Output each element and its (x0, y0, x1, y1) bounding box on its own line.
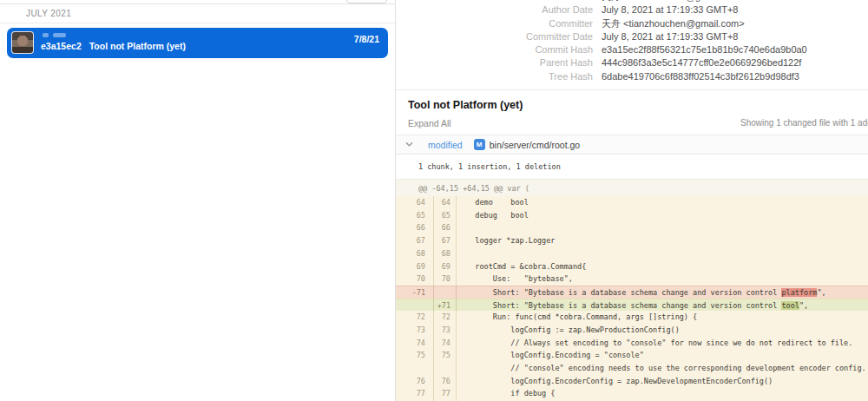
meta-value: e3a15ec2f88f56321c75e1b81b9c740e6da9b0a0 (602, 43, 807, 56)
diff-row: 68 68 (396, 247, 868, 260)
new-line-number: 66 (434, 221, 457, 234)
commit-message-title: Tool not Platform (yet) (396, 90, 868, 111)
old-line-number: 72 (396, 311, 434, 324)
expand-all-button[interactable]: Expand All (408, 118, 451, 128)
diff-row: 76 76 logConfig.EncoderConfig = zap.NewD… (396, 375, 868, 388)
diff-code-line: debug bool (457, 209, 868, 222)
diff-row: 75 75 logConfig.Encoding = "console" (396, 349, 868, 362)
git-client-window: JULY 2021 e3a15ec2Tool not Platform (yet… (0, 0, 868, 401)
diff-row: // "console" encoding needs to use the c… (396, 362, 868, 375)
meta-label: Committer Date (396, 30, 593, 43)
meta-value: 天舟 <tianzhouchen@gmail.com> (602, 17, 745, 30)
meta-label: Author Date (396, 3, 593, 16)
new-line-number: 67 (434, 234, 457, 247)
diff-row: 74 74 // Always set encoding to "console… (396, 337, 868, 350)
meta-row: Parent Hash 444c986f3a3e5c14777cff0e2e06… (396, 56, 868, 69)
new-line-number: 64 (434, 196, 457, 209)
diff-code-line: Short: "Bytebase is a database schema ch… (457, 286, 868, 299)
old-line-number: 64 (396, 196, 434, 209)
diff-code-line: demo bool (457, 196, 868, 209)
meta-label: Committer (396, 17, 593, 30)
diff-row: 73 73 logConfig := zap.NewProductionConf… (396, 324, 868, 337)
new-line-number: 73 (434, 324, 457, 337)
diff-row: -71 Short: "Bytebase is a database schem… (396, 286, 868, 299)
new-line-number: 77 (434, 387, 457, 400)
new-line-number: 74 (434, 337, 457, 350)
meta-value: 444c986f3a3e5c14777cff0e2e0669296bed122f (602, 56, 801, 69)
meta-row: Author Date July 8, 2021 at 17:19:33 GMT… (396, 3, 868, 16)
diff-code-line: Short: "Bytebase is a database schema ch… (457, 299, 868, 312)
diff-row: 70 70 Use: "bytebase", (396, 273, 868, 286)
old-line-number: 75 (396, 349, 434, 362)
meta-value: July 8, 2021 at 17:19:33 GMT+8 (602, 30, 738, 43)
old-line-number: 74 (396, 337, 434, 350)
toolbar-control-clipped[interactable] (346, 0, 387, 3)
new-line-number: 76 (434, 375, 457, 388)
diff-code-line: // "console" encoding needs to use the c… (457, 362, 868, 375)
diff-code-line: // Always set encoding to "console" for … (457, 337, 868, 350)
diff-code-line (457, 221, 868, 234)
chunk-header: @@ -64,15 +64,15 @@ var ( (396, 179, 868, 196)
commit-message: Tool not Platform (yet) (89, 41, 186, 51)
diff-row: 67 67 logger *zap.Logger (396, 234, 868, 247)
old-line-number: 65 (396, 209, 434, 222)
diff-row: 66 66 (396, 221, 868, 234)
word-diff-highlight: platform (781, 288, 817, 297)
chevron-down-icon[interactable] (404, 141, 413, 149)
meta-label: Tree Hash (396, 70, 593, 83)
commit-short-hash: e3a15ec2 (41, 41, 82, 51)
old-line-number: 77 (396, 387, 434, 400)
meta-label: Commit Hash (396, 43, 593, 56)
meta-row: Commit Hash e3a15ec2f88f56321c75e1b81b9c… (396, 43, 868, 56)
commit-date: 7/8/21 (354, 34, 379, 44)
new-line-number (434, 362, 457, 375)
meta-row: Committer 天舟 <tianzhouchen@gmail.com> (396, 17, 868, 30)
new-line-number: 72 (434, 311, 457, 324)
new-line-number: 70 (434, 273, 457, 286)
author-name-redacted (43, 33, 388, 37)
old-line-number: 67 (396, 234, 434, 247)
commit-meta: Author 天舟 <tianzhouchen@gmail.com> Autho… (396, 0, 868, 90)
commit-list-item-selected[interactable]: e3a15ec2Tool not Platform (yet) 7/8/21 (7, 28, 388, 58)
new-line-number: 68 (434, 247, 457, 260)
old-line-number (396, 299, 434, 312)
old-line-number: 66 (396, 221, 434, 234)
diff-row: 72 72 Run: func(cmd *cobra.Command, args… (396, 311, 868, 324)
diff-row: 77 77 if debug { (396, 387, 868, 400)
new-line-number: 65 (434, 209, 457, 222)
changes-summary: Showing 1 changed file with 1 addition a… (740, 118, 868, 128)
commit-detail-pane: Author 天舟 <tianzhouchen@gmail.com> Autho… (396, 0, 868, 401)
diff-row: 64 64 demo bool (396, 196, 868, 209)
modified-badge-icon: M (474, 139, 485, 150)
old-line-number: 69 (396, 260, 434, 273)
chunk-summary: 1 chunk, 1 insertion, 1 deletion (396, 154, 868, 179)
sidebar-toolbar-clipped (0, 0, 395, 4)
diff-code-line: logConfig.Encoding = "console" (457, 349, 868, 362)
diff-table: 64 64 demo bool 65 65 debug bool 66 66 6… (396, 196, 868, 401)
new-line-number: 75 (434, 349, 457, 362)
diff-code-line: rootCmd = &cobra.Command{ (457, 260, 868, 273)
commit-group-header: JULY 2021 (0, 4, 395, 23)
changed-file-row[interactable]: modified M bin/server/cmd/root.go (396, 135, 868, 154)
diff-code-line: Use: "bytebase", (457, 273, 868, 286)
diff-code-line: if debug { (457, 387, 868, 400)
old-line-number: 73 (396, 324, 434, 337)
word-diff-highlight: tool (781, 301, 799, 310)
diff-code-line: logConfig.EncoderConfig = zap.NewDevelop… (457, 375, 868, 388)
diff-row: +71 Short: "Bytebase is a database schem… (396, 299, 868, 312)
meta-label: Parent Hash (396, 56, 593, 69)
diff-code-line: logger *zap.Logger (457, 234, 868, 247)
old-line-number (396, 362, 434, 375)
old-line-number: -71 (396, 286, 434, 299)
new-line-number (434, 286, 457, 299)
meta-row: Committer Date July 8, 2021 at 17:19:33 … (396, 30, 868, 43)
diff-code-line: logConfig := zap.NewProductionConfig() (457, 324, 868, 337)
file-status-label: modified (428, 140, 463, 150)
old-line-number: 70 (396, 273, 434, 286)
diff-row: 69 69 rootCmd = &cobra.Command{ (396, 260, 868, 273)
new-line-number: 69 (434, 260, 457, 273)
diff-code-line (457, 247, 868, 260)
diff-row: 65 65 debug bool (396, 209, 868, 222)
meta-value: 6dabe419706c6f883ff02514c3bf2612b9d98df3 (602, 70, 799, 83)
meta-value: July 8, 2021 at 17:19:33 GMT+8 (602, 3, 738, 16)
